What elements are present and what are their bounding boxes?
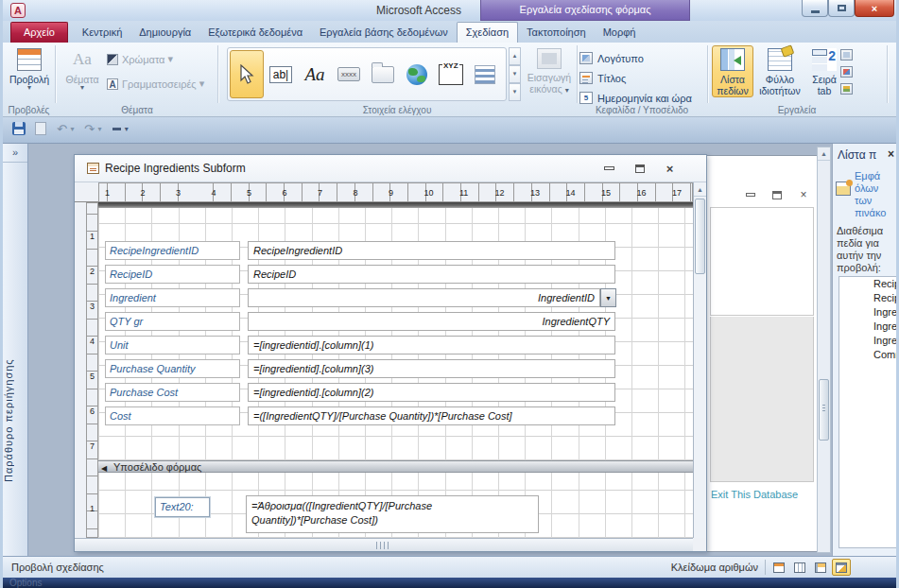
- label-tool-button[interactable]: Aa: [298, 50, 332, 98]
- minimize-button[interactable]: [802, 0, 828, 17]
- combo-dropdown-button[interactable]: ▼: [600, 288, 616, 307]
- control-label[interactable]: QTY gr: [105, 312, 240, 331]
- control-label[interactable]: Purchase Quantity: [105, 359, 240, 378]
- gallery-more-button[interactable]: ▼: [509, 83, 521, 101]
- save-button[interactable]: [12, 122, 26, 135]
- scroll-up-arrow[interactable]: ▲: [818, 147, 830, 161]
- header-footer-item[interactable]: Ημερομηνία και ώρα: [579, 92, 692, 104]
- footer-label[interactable]: Text20:: [155, 497, 210, 517]
- field-list-item[interactable]: Ingred: [839, 334, 899, 348]
- ribbon-tab[interactable]: Εργαλεία βάσης δεδομένων: [311, 23, 457, 43]
- tools-button[interactable]: Φύλλο ιδιοτήτων: [756, 45, 804, 97]
- ruler-number: 9: [383, 183, 419, 201]
- convert-macros-icon[interactable]: [840, 83, 853, 95]
- scrollbar-grip[interactable]: [376, 542, 391, 549]
- minimize-button[interactable]: [599, 161, 619, 176]
- fonts-icon: A: [107, 78, 118, 90]
- control-textbox[interactable]: RecipeID: [248, 265, 615, 284]
- customize-qat-button[interactable]: ▾: [112, 122, 129, 136]
- command-button-icon: xxxx: [337, 67, 360, 81]
- scroll-up-arrow[interactable]: ▲: [694, 182, 706, 197]
- subform-tool-icon[interactable]: [840, 49, 853, 61]
- expand-nav-pane-chevron[interactable]: »: [3, 144, 27, 163]
- header-footer-item[interactable]: Τίτλος: [579, 72, 626, 84]
- restore-button[interactable]: [630, 161, 649, 176]
- control-textbox[interactable]: IngredientID: [248, 288, 600, 307]
- ribbon-tab[interactable]: Μορφή: [595, 23, 645, 43]
- ribbon-tab[interactable]: Σχεδίαση: [457, 22, 518, 43]
- form-horizontal-scrollbar[interactable]: [75, 538, 693, 551]
- contextual-tab-group-header: Εργαλεία σχεδίασης φόρμας: [480, 0, 690, 21]
- navigation-pane-collapsed[interactable]: » Παράθυρο περιήγησης: [3, 144, 28, 556]
- list-tool-button[interactable]: [468, 50, 502, 98]
- close-icon[interactable]: ×: [888, 147, 894, 161]
- vertical-ruler[interactable]: 1234567 1: [86, 202, 98, 538]
- tab-control-tool-button[interactable]: [366, 50, 400, 98]
- workspace-vertical-scrollbar[interactable]: ▲: [817, 147, 831, 553]
- view-shortcut-icon: [773, 562, 785, 573]
- ribbon-tab[interactable]: Δημιουργία: [130, 23, 199, 43]
- show-all-tables-link[interactable]: Εμφά όλων των πινάκο: [855, 170, 899, 219]
- textbox-tool-button[interactable]: ab|: [264, 50, 298, 98]
- view-button[interactable]: Προβολή ▾: [7, 45, 52, 92]
- ribbon-tab[interactable]: Εξωτερικά δεδομένα: [199, 23, 311, 43]
- field-list-item[interactable]: Recipe: [839, 291, 899, 305]
- form-window-titlebar[interactable]: Recipe Ingredients Subform ×: [75, 155, 706, 182]
- control-label[interactable]: Unit: [105, 336, 240, 355]
- control-label[interactable]: RecipeIngredientID: [105, 241, 240, 260]
- select-tool-button[interactable]: [230, 50, 264, 98]
- ribbon-tab[interactable]: Αρχείο: [10, 22, 68, 43]
- maximize-button[interactable]: [828, 0, 855, 17]
- ruler-corner: [75, 182, 98, 202]
- field-list-item[interactable]: Recipe: [839, 277, 899, 291]
- close-button[interactable]: ×: [855, 0, 894, 17]
- field-list-item[interactable]: Ingred: [839, 305, 899, 320]
- num-lock-indicator: Κλείδωμα αριθμών: [671, 562, 758, 573]
- form-vertical-scrollbar[interactable]: ▲: [693, 182, 706, 538]
- control-label[interactable]: Ingredient: [105, 288, 240, 307]
- horizontal-ruler[interactable]: 1234567891011121314151617: [98, 182, 693, 202]
- gallery-scroll-up[interactable]: ▲: [509, 47, 521, 65]
- control-label[interactable]: Cost: [105, 406, 240, 425]
- view-shortcut-button[interactable]: [811, 559, 830, 576]
- scrollbar-thumb[interactable]: [695, 199, 705, 274]
- hyperlink-tool-button[interactable]: [400, 50, 434, 98]
- view-shortcut-button[interactable]: [790, 559, 809, 576]
- restore-button[interactable]: [769, 188, 785, 201]
- scrollbar-thumb[interactable]: [819, 379, 829, 441]
- close-button[interactable]: ×: [660, 161, 680, 176]
- detail-section-grid[interactable]: RecipeIngredientID RecipeIngredientID ▼ …: [98, 208, 693, 460]
- control-textbox[interactable]: =([IngredientQTY]/[Purchase Quantity])*[…: [248, 406, 615, 425]
- background-form-window[interactable]: × Exit This Database: [706, 155, 818, 552]
- control-label[interactable]: Purchase Cost: [105, 383, 240, 402]
- control-textbox[interactable]: IngredientQTY: [248, 312, 615, 331]
- control-textbox[interactable]: =[ingredientid].[column](3): [248, 359, 615, 378]
- tools-button[interactable]: Σειρά tab: [806, 45, 842, 97]
- footer-sum-textbox[interactable]: =Άθροισμα(([IngredientQTY]/[Purchase Qua…: [246, 495, 539, 533]
- ribbon-tab[interactable]: Τακτοποίηση: [518, 23, 595, 43]
- minimize-button[interactable]: [743, 188, 758, 201]
- close-button[interactable]: ×: [796, 188, 811, 201]
- minimize-icon: [746, 193, 755, 197]
- header-footer-item-icon: [579, 52, 593, 64]
- tools-button[interactable]: Λίστα πεδίων: [712, 45, 753, 97]
- ruler-number: 11: [454, 183, 490, 201]
- ribbon-tab[interactable]: Κεντρική: [74, 23, 130, 43]
- control-textbox[interactable]: RecipeIngredientID: [248, 241, 615, 260]
- field-list-item[interactable]: Ingred: [839, 320, 899, 334]
- unbound-frame-tool-button[interactable]: XYZ: [434, 50, 468, 98]
- control-textbox[interactable]: =[ingredientid].[column](1): [248, 336, 615, 355]
- gallery-scroll-down[interactable]: ▼: [509, 65, 521, 83]
- header-footer-item[interactable]: Λογότυπο: [579, 52, 644, 64]
- design-surface[interactable]: RecipeIngredientID RecipeIngredientID ▼ …: [98, 202, 693, 538]
- view-shortcut-button[interactable]: [832, 559, 851, 576]
- view-code-icon[interactable]: [840, 66, 853, 78]
- control-label[interactable]: RecipeID: [105, 265, 240, 284]
- exit-database-link[interactable]: Exit This Database: [711, 489, 798, 500]
- form-footer-section-bar[interactable]: ◀ Υποσέλιδο φόρμας: [98, 460, 693, 473]
- field-list-item[interactable]: Comm: [839, 348, 899, 362]
- view-shortcut-button[interactable]: [769, 559, 788, 576]
- footer-section-grid[interactable]: Text20: =Άθροισμα(([IngredientQTY]/[Purc…: [98, 473, 693, 538]
- button-tool-button[interactable]: xxxx: [332, 50, 366, 98]
- control-textbox[interactable]: =[ingredientid].[column](2): [248, 383, 615, 402]
